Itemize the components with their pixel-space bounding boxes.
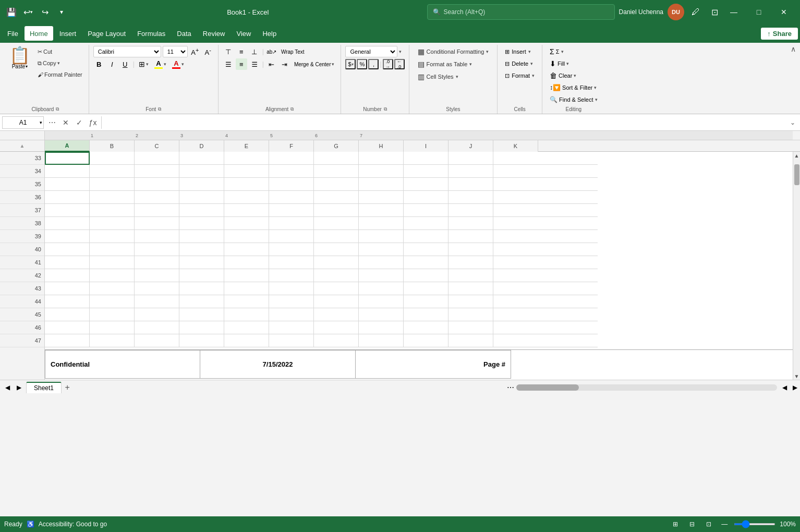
- cell-C47[interactable]: [135, 334, 179, 347]
- formula-cancel-button[interactable]: ✕: [59, 116, 72, 129]
- cell-A34[interactable]: [45, 165, 90, 178]
- formula-bar-dots[interactable]: ⋯: [46, 116, 58, 129]
- cell-G38[interactable]: [314, 217, 359, 230]
- formula-confirm-button[interactable]: ✓: [73, 116, 86, 129]
- copy-button[interactable]: ⧉ Copy ▾: [35, 57, 84, 69]
- cell-D46[interactable]: [179, 321, 224, 334]
- cell-I46[interactable]: [404, 321, 449, 334]
- row-35[interactable]: 35: [0, 178, 44, 191]
- cell-D45[interactable]: [179, 308, 224, 321]
- close-button[interactable]: ✕: [772, 4, 796, 20]
- cell-H47[interactable]: [359, 334, 404, 347]
- scroll-up-button[interactable]: ▲: [793, 152, 801, 159]
- cell-D43[interactable]: [179, 282, 224, 295]
- col-header-J[interactable]: J: [449, 140, 493, 152]
- col-header-D[interactable]: D: [179, 140, 224, 152]
- cell-E34[interactable]: [224, 165, 269, 178]
- increase-indent-button[interactable]: ⇥: [279, 58, 290, 70]
- clear-button[interactable]: 🗑 Clear ▾: [547, 70, 579, 81]
- scroll-right-button[interactable]: ▶: [790, 382, 800, 393]
- normal-view-button[interactable]: ⊞: [669, 518, 682, 530]
- cell-A47[interactable]: [45, 334, 90, 347]
- cell-F42[interactable]: [269, 269, 314, 282]
- row-33[interactable]: 33: [0, 152, 44, 165]
- cell-A44[interactable]: [45, 295, 90, 308]
- format-as-table-button[interactable]: ▤ Format as Table ▾: [414, 58, 477, 70]
- increase-decimal-button[interactable]: .0→: [383, 59, 393, 69]
- cell-B46[interactable]: [90, 321, 135, 334]
- row-42[interactable]: 42: [0, 269, 44, 282]
- cell-B44[interactable]: [90, 295, 135, 308]
- col-header-G[interactable]: G: [314, 140, 359, 152]
- cell-G45[interactable]: [314, 308, 359, 321]
- align-right-button[interactable]: ☰: [249, 58, 260, 70]
- scroll-left-button[interactable]: ◀: [779, 382, 790, 393]
- cell-E42[interactable]: [224, 269, 269, 282]
- cell-F45[interactable]: [269, 308, 314, 321]
- row-47[interactable]: 47: [0, 334, 44, 347]
- cell-I44[interactable]: [404, 295, 449, 308]
- cell-C39[interactable]: [135, 230, 179, 243]
- cell-J45[interactable]: [449, 308, 493, 321]
- row-46[interactable]: 46: [0, 321, 44, 334]
- cell-G47[interactable]: [314, 334, 359, 347]
- search-bar[interactable]: 🔍 Search (Alt+Q): [427, 4, 615, 20]
- cell-C43[interactable]: [135, 282, 179, 295]
- col-header-A[interactable]: A: [45, 140, 90, 152]
- decrease-decimal-button[interactable]: ←.0: [394, 59, 405, 69]
- menu-insert[interactable]: Insert: [54, 26, 82, 41]
- alignment-expand-icon[interactable]: ⧉: [290, 106, 294, 112]
- cell-I38[interactable]: [404, 217, 449, 230]
- menu-file[interactable]: File: [2, 26, 23, 41]
- cell-E35[interactable]: [224, 178, 269, 191]
- cell-I41[interactable]: [404, 256, 449, 269]
- cell-F47[interactable]: [269, 334, 314, 347]
- ribbon-collapse-icon[interactable]: ⊡: [707, 5, 722, 19]
- cell-J37[interactable]: [449, 204, 493, 217]
- cell-H41[interactable]: [359, 256, 404, 269]
- cell-D37[interactable]: [179, 204, 224, 217]
- number-format-select[interactable]: General: [345, 46, 397, 57]
- cell-C33[interactable]: [135, 152, 179, 165]
- cell-A40[interactable]: [45, 243, 90, 256]
- cell-I36[interactable]: [404, 191, 449, 204]
- menu-view[interactable]: View: [231, 26, 256, 41]
- comma-button[interactable]: ,: [368, 59, 379, 69]
- col-header-E[interactable]: E: [224, 140, 269, 152]
- cell-J44[interactable]: [449, 295, 493, 308]
- cell-H42[interactable]: [359, 269, 404, 282]
- cell-K44[interactable]: [493, 295, 598, 308]
- cell-B36[interactable]: [90, 191, 135, 204]
- cell-K46[interactable]: [493, 321, 598, 334]
- cell-H34[interactable]: [359, 165, 404, 178]
- cell-J33[interactable]: [449, 152, 493, 165]
- cell-A39[interactable]: [45, 230, 90, 243]
- cell-D44[interactable]: [179, 295, 224, 308]
- cell-F35[interactable]: [269, 178, 314, 191]
- col-header-H[interactable]: H: [359, 140, 404, 152]
- formula-input[interactable]: [104, 116, 785, 129]
- cell-I43[interactable]: [404, 282, 449, 295]
- align-left-button[interactable]: ☰: [223, 58, 234, 70]
- menu-page-layout[interactable]: Page Layout: [82, 26, 131, 41]
- cell-B43[interactable]: [90, 282, 135, 295]
- formula-expand-button[interactable]: ⌄: [787, 116, 798, 129]
- align-top-button[interactable]: ⊤: [223, 46, 234, 57]
- cell-G33[interactable]: [314, 152, 359, 165]
- row-44[interactable]: 44: [0, 295, 44, 308]
- menu-data[interactable]: Data: [172, 26, 196, 41]
- cell-C35[interactable]: [135, 178, 179, 191]
- cell-G43[interactable]: [314, 282, 359, 295]
- cell-J38[interactable]: [449, 217, 493, 230]
- row-45[interactable]: 45: [0, 308, 44, 321]
- cell-K40[interactable]: [493, 243, 598, 256]
- bold-button[interactable]: B: [93, 58, 105, 70]
- number-expand-icon[interactable]: ⧉: [384, 106, 387, 112]
- cell-styles-button[interactable]: ▥ Cell Styles ▾: [414, 71, 463, 82]
- cell-C38[interactable]: [135, 217, 179, 230]
- cell-F43[interactable]: [269, 282, 314, 295]
- cell-F37[interactable]: [269, 204, 314, 217]
- cell-J46[interactable]: [449, 321, 493, 334]
- cell-A33[interactable]: [45, 152, 90, 165]
- cell-C40[interactable]: [135, 243, 179, 256]
